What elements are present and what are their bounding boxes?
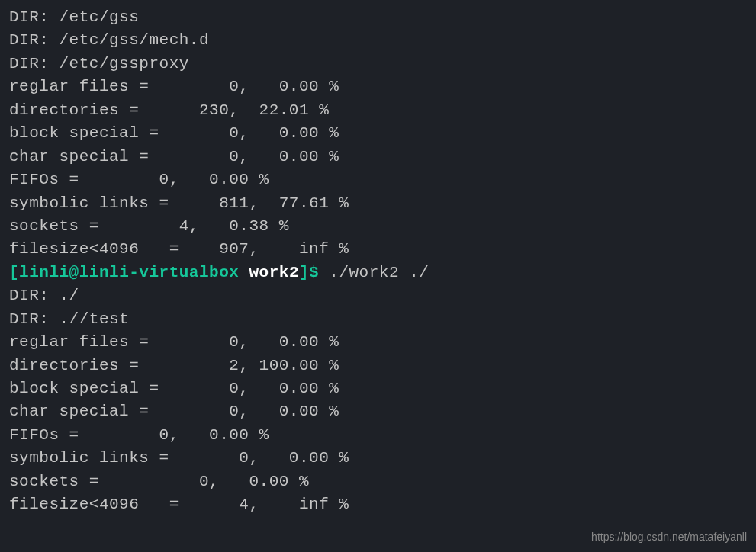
output-line: DIR: /etc/gssproxy	[9, 53, 747, 75]
output-line: reglar files = 0, 0.00 %	[9, 75, 747, 98]
output-line: DIR: .//test	[9, 308, 747, 331]
prompt-post-space	[319, 264, 329, 281]
prompt-working-dir: work2	[249, 264, 299, 281]
output-line: FIFOs = 0, 0.00 %	[9, 424, 747, 447]
output-line: sockets = 4, 0.38 %	[9, 215, 747, 238]
output-line: sockets = 0, 0.00 %	[9, 470, 747, 493]
prompt-dollar: $	[309, 264, 319, 281]
output-line: symbolic links = 0, 0.00 %	[9, 447, 747, 470]
output-line: DIR: ./	[9, 284, 747, 307]
output-line: DIR: /etc/gss	[9, 6, 747, 29]
output-line: filesize<4096 = 907, inf %	[9, 238, 747, 261]
command-text: ./work2 ./	[329, 264, 429, 281]
prompt-open-bracket: [	[9, 264, 19, 281]
output-line: directories = 230, 22.01 %	[9, 99, 747, 122]
prompt-line[interactable]: [linli@linli-virtualbox work2]$ ./work2 …	[9, 262, 747, 284]
prompt-close-bracket: ]	[299, 264, 309, 281]
output-line: symbolic links = 811, 77.61 %	[9, 192, 747, 215]
watermark-text: https://blog.csdn.net/matafeiyanll	[591, 529, 747, 544]
output-line: directories = 2, 100.00 %	[9, 355, 747, 377]
terminal-output-block-1: DIR: /etc/gss DIR: /etc/gss/mech.d DIR: …	[9, 6, 747, 262]
output-line: DIR: /etc/gss/mech.d	[9, 29, 747, 52]
terminal-output-block-2: DIR: ./ DIR: .//test reglar files = 0, 0…	[9, 284, 747, 516]
prompt-user-host: linli@linli-virtualbox	[19, 264, 239, 281]
output-line: block special = 0, 0.00 %	[9, 122, 747, 145]
output-line: reglar files = 0, 0.00 %	[9, 331, 747, 354]
output-line: block special = 0, 0.00 %	[9, 377, 747, 400]
output-line: filesize<4096 = 4, inf %	[9, 493, 747, 516]
output-line: char special = 0, 0.00 %	[9, 146, 747, 168]
output-line: char special = 0, 0.00 %	[9, 400, 747, 423]
output-line: FIFOs = 0, 0.00 %	[9, 168, 747, 191]
prompt-space	[239, 264, 249, 281]
